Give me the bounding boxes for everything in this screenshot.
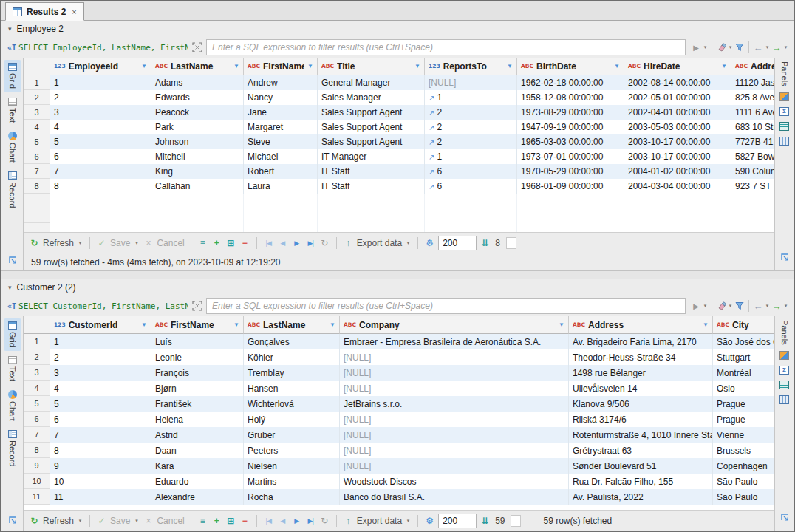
grid-cell[interactable]: Jane [244,105,318,120]
grid-cell[interactable]: 5827 Bowness Road NW [731,149,774,164]
column-filter-dropdown-icon[interactable]: ▼ [307,63,313,69]
grid-cell[interactable]: Bjørn [151,381,244,396]
grid-cell[interactable]: 6 [50,149,151,164]
panel-aggregate-icon[interactable]: Σ [779,107,789,116]
column-filter-dropdown-icon[interactable]: ▼ [233,63,239,69]
grid-cell[interactable]: 1968-01-09 00:00:00 [517,179,624,194]
tab-grid[interactable]: Grid [4,60,21,92]
expand-filter-icon[interactable] [191,41,204,54]
save-button[interactable]: Save [110,238,130,248]
settings-gear-icon[interactable]: ⚙ [424,238,435,248]
history-forward-dropdown-icon[interactable]: ▾ [782,303,789,309]
tab-chart[interactable]: Chart [4,129,21,166]
column-header-address[interactable]: ABCAddress▼ [731,58,774,75]
collapse-icon[interactable]: ▾ [8,284,12,291]
column-header-title[interactable]: ABCTitle▼ [318,58,425,75]
grid-cell[interactable]: General Manager [318,75,425,90]
grid-cell[interactable]: Rocha [244,489,340,505]
grid-cell[interactable]: JetBrains s.r.o. [340,396,569,412]
grid-cell[interactable]: [NULL] [425,75,517,90]
add-row-icon[interactable]: + [211,238,222,248]
row-number[interactable]: 1 [24,75,50,90]
refresh-dropdown-icon[interactable]: ▾ [77,240,83,246]
grid-cell[interactable]: [NULL] [340,349,569,365]
refetch-icon[interactable]: ↻ [319,238,330,248]
maximize-results-icon[interactable] [8,514,17,528]
cancel-icon[interactable]: × [143,516,154,526]
grid-cell[interactable]: 7 [50,164,151,179]
grid-cell[interactable]: Nielsen [244,458,340,474]
grid-cell[interactable]: Margaret [244,120,318,134]
grid-cell[interactable]: 1947-09-19 00:00:00 [517,120,624,134]
filter-funnel-icon[interactable] [734,41,745,54]
grid-cell[interactable]: 2002-04-01 00:00:00 [624,105,731,120]
grid-cell[interactable]: Banco do Brasil S.A. [340,489,569,505]
grid-cell[interactable]: ↗2 [425,134,517,149]
grid-cell[interactable]: Laura [244,179,318,194]
grid-cell[interactable]: Montréal [713,365,774,381]
next-row-icon[interactable]: ▶ [291,239,302,247]
refresh-icon[interactable]: ↻ [29,238,40,248]
grid-cell[interactable]: ↗6 [425,164,517,179]
grid-cell[interactable]: 825 8 Ave SW [731,90,774,105]
grid-cell[interactable]: 2002-08-14 00:00:00 [624,75,731,90]
column-header-reportsto[interactable]: 123ReportsTo▼ [425,58,517,75]
grid-cell[interactable]: 7 [50,427,151,443]
last-row-icon[interactable]: ▶| [305,239,316,247]
grid-cell[interactable]: Johnson [151,134,244,149]
grid-cell[interactable]: Grétrystraat 63 [569,443,713,458]
grid-cell[interactable]: ↗1 [425,149,517,164]
row-number[interactable]: 10 [24,474,50,489]
history-forward-icon[interactable]: → [771,299,782,313]
grid-cell[interactable]: Astrid [151,427,244,443]
copy-row-icon[interactable]: ⊞ [225,516,236,526]
grid-cell[interactable]: 590 Columbia Boulevard West [731,164,774,179]
delete-row-icon[interactable]: − [239,516,250,526]
grid-cell[interactable]: František [151,396,244,412]
panel-corner-icon[interactable] [780,511,789,525]
fetch-all-icon[interactable]: ⇊ [480,238,491,248]
row-number[interactable]: 4 [24,120,50,134]
column-header-employeeid[interactable]: 123EmployeeId▼ [50,58,151,75]
save-dropdown-icon[interactable]: ▾ [133,240,140,246]
grid-cell[interactable]: IT Staff [318,164,425,179]
history-back-dropdown-icon[interactable]: ▾ [764,303,771,309]
grid-cell[interactable]: Av. Paulista, 2022 [569,489,713,505]
grid-cell[interactable]: 1498 rue Bélanger [569,365,713,381]
reference-link-icon[interactable]: ↗ [429,123,434,132]
column-header-lastname[interactable]: ABCLastName▼ [151,58,244,75]
column-header-lastname[interactable]: ABCLastName▼ [244,316,340,334]
grid-cell[interactable]: IT Manager [318,149,425,164]
grid-cell[interactable]: Luís [151,334,244,349]
grid-cell[interactable]: ↗2 [425,105,517,120]
grid-cell[interactable]: Sales Manager [318,90,425,105]
grid-cell[interactable]: ↗6 [425,179,517,194]
reference-link-icon[interactable]: ↗ [429,94,434,102]
table-row[interactable]: 33FrançoisTremblay[NULL]1498 rue Bélange… [24,365,774,381]
grid-cell[interactable]: Copenhagen [713,458,774,474]
grid-cell[interactable]: [NULL] [340,458,569,474]
fetch-all-icon[interactable]: ⇊ [480,516,491,526]
tab-text[interactable]: Text [4,95,21,126]
grid-cell[interactable]: Klanova 9/506 [569,396,713,412]
grid-cell[interactable]: 683 10 Street SW [731,120,774,134]
grid-cell[interactable]: 1 [50,334,151,349]
grid-cell[interactable]: Köhler [244,349,340,365]
erase-filter-dropdown-icon[interactable]: ▾ [727,303,734,309]
panel-grouping-icon[interactable] [779,122,789,131]
grid-cell[interactable]: 923 7 ST NW [731,179,774,194]
row-number[interactable]: 3 [24,365,50,381]
grid-cell[interactable]: Daan [151,443,244,458]
reference-link-icon[interactable]: ↗ [429,168,434,176]
section-splitter[interactable] [1,270,794,279]
grid-cell[interactable]: Rua Dr. Falcão Filho, 155 [569,474,713,489]
tab-chart[interactable]: Chart [4,387,21,425]
row-number[interactable]: 2 [24,90,50,105]
column-header-hiredate[interactable]: ABCHireDate▼ [624,58,731,75]
grid-cell[interactable]: 5 [50,134,151,149]
table-row[interactable]: 1111AlexandreRochaBanco do Brasil S.A.Av… [24,489,774,505]
grid-cell[interactable]: Leonie [151,349,244,365]
grid-cell[interactable]: 8 [50,443,151,458]
expand-filter-icon[interactable] [191,299,204,313]
history-back-icon[interactable]: ← [752,41,764,54]
